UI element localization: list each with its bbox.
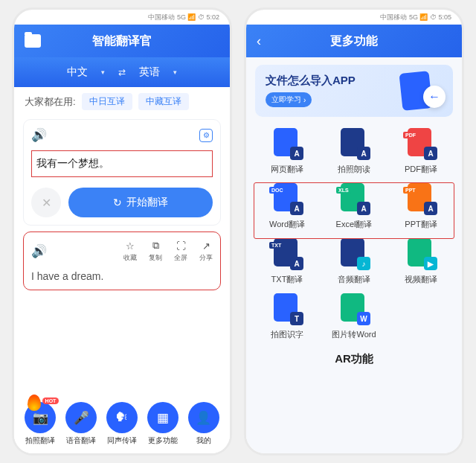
translated-text: I have a dream.	[31, 270, 213, 282]
item-photo-read[interactable]: A拍照朗读	[324, 127, 385, 175]
chevron-down-icon: ▾	[173, 68, 177, 76]
audio-badge-icon: ♪	[357, 257, 370, 270]
item-audio-translate[interactable]: ♪音频翻译	[324, 237, 385, 285]
share-icon: ↗	[202, 240, 210, 252]
input-card: 🔊 ⚙ 我有一个梦想。 ✕ ↻开始翻译	[23, 119, 221, 226]
mic-icon: 🎤	[74, 410, 89, 426]
header: ‹ 更多功能	[246, 25, 462, 57]
learn-now-button[interactable]: 立即学习›	[266, 92, 312, 107]
translate-badge-icon: A	[357, 147, 370, 160]
status-bar: 中国移动 5G 📶 ⏱ 5:02	[14, 10, 230, 25]
section-header-ar: AR功能	[246, 346, 462, 369]
start-label: 开始翻译	[126, 196, 168, 209]
arrow-left-icon: ←	[423, 86, 446, 108]
function-grid: A网页翻译 A拍照朗读 PDFAPDF翻译 DOCAWord翻译 XLSAExc…	[246, 124, 462, 346]
back-button[interactable]: ‹	[257, 33, 261, 49]
result-card: 🔊 ☆收藏 ⧉复制 ⛶全屏 ↗分享 I have a dream.	[23, 232, 221, 290]
app-title: 智能翻译官	[92, 33, 152, 49]
folder-button[interactable]	[25, 34, 41, 48]
banner-art: ←	[396, 71, 448, 112]
hot-badge: HOT	[42, 397, 60, 404]
status-bar: 中国移动 5G 📶 ⏱ 5:05	[246, 10, 462, 25]
start-translate-button[interactable]: ↻开始翻译	[68, 188, 213, 217]
item-web-translate[interactable]: A网页翻译	[257, 127, 318, 175]
import-banner[interactable]: 文件怎么导入APP 立即学习› ←	[255, 65, 453, 117]
header: 智能翻译官	[14, 25, 230, 57]
source-text-input[interactable]: 我有一个梦想。	[31, 150, 213, 177]
item-img-to-word[interactable]: W图片转Word	[324, 293, 385, 340]
refresh-icon: ↻	[113, 197, 122, 208]
folder-icon	[25, 34, 41, 48]
nav-more-functions[interactable]: ▦更多功能	[147, 402, 178, 446]
word-badge-icon: W	[357, 312, 370, 325]
share-button[interactable]: ↗分享	[199, 240, 213, 263]
main-body: 文件怎么导入APP 立即学习› ← A网页翻译 A拍照朗读 PDFAPDF翻译 …	[246, 57, 462, 453]
item-word-translate[interactable]: DOCAWord翻译	[257, 182, 318, 230]
item-excel-translate[interactable]: XLSAExcel翻译	[324, 182, 385, 230]
copy-icon: ⧉	[152, 240, 159, 252]
popular-label: 大家都在用:	[25, 95, 76, 109]
tool-row: ☆收藏 ⧉复制 ⛶全屏 ↗分享	[123, 240, 213, 263]
translate-badge-icon: A	[424, 202, 437, 215]
nav-voice-translate[interactable]: 🎤语音翻译	[65, 402, 97, 446]
nav-mine[interactable]: 👤我的	[188, 402, 219, 446]
nav-photo-translate[interactable]: HOT📷拍照翻译	[25, 402, 56, 446]
copy-button[interactable]: ⧉复制	[149, 240, 162, 263]
lang-to[interactable]: 英语	[139, 66, 160, 79]
translate-badge-icon: A	[424, 147, 437, 160]
item-txt-translate[interactable]: TXTATXT翻译	[257, 237, 318, 285]
translate-badge-icon: A	[357, 202, 370, 215]
item-video-translate[interactable]: ▶视频翻译	[390, 237, 451, 285]
popular-tag[interactable]: 中藏互译	[138, 93, 189, 110]
lang-from[interactable]: 中文	[67, 66, 88, 79]
fullscreen-button[interactable]: ⛶全屏	[174, 240, 187, 263]
flame-icon	[28, 395, 41, 411]
phone-left: 中国移动 5G 📶 ⏱ 5:02 智能翻译官 中文▾ ⇄ 英语▾ 大家都在用: …	[12, 7, 232, 456]
translate-badge-icon: A	[290, 202, 303, 215]
item-pdf-translate[interactable]: PDFAPDF翻译	[390, 127, 451, 175]
nav-live-translate[interactable]: 🗣同声传译	[106, 402, 138, 446]
page-title: 更多功能	[330, 33, 378, 49]
close-icon: ✕	[42, 196, 51, 210]
expand-icon: ⛶	[176, 240, 186, 252]
main-body: 中文▾ ⇄ 英语▾ 大家都在用: 中日互译 中藏互译 🔊 ⚙ 我有一个梦想。 ✕…	[14, 57, 230, 453]
chevron-down-icon: ▾	[101, 68, 105, 76]
grid-icon: ▦	[157, 410, 169, 426]
item-ocr[interactable]: T拍图识字	[257, 293, 318, 340]
language-bar[interactable]: 中文▾ ⇄ 英语▾	[14, 57, 230, 87]
popular-row: 大家都在用: 中日互译 中藏互译	[14, 87, 230, 116]
item-ppt-translate[interactable]: PPTAPPT翻译	[390, 182, 451, 230]
function-grid-wrapper: A网页翻译 A拍照朗读 PDFAPDF翻译 DOCAWord翻译 XLSAExc…	[246, 124, 462, 346]
favorite-button[interactable]: ☆收藏	[123, 240, 137, 263]
translate-badge-icon: A	[290, 257, 303, 270]
camera-icon: 📷	[33, 410, 48, 426]
settings-icon[interactable]: ⚙	[199, 129, 213, 142]
swap-icon[interactable]: ⇄	[118, 67, 126, 77]
video-badge-icon: ▶	[424, 257, 437, 270]
translate-badge-icon: A	[290, 147, 303, 160]
popular-tag[interactable]: 中日互译	[82, 93, 132, 110]
user-icon: 👤	[196, 410, 211, 426]
interpret-icon: 🗣	[115, 410, 128, 425]
star-icon: ☆	[126, 240, 135, 252]
text-badge-icon: T	[290, 312, 303, 325]
speaker-icon[interactable]: 🔊	[31, 127, 47, 143]
phone-right: 中国移动 5G 📶 ⏱ 5:05 ‹ 更多功能 文件怎么导入APP 立即学习› …	[244, 7, 464, 456]
bottom-nav: HOT📷拍照翻译 🎤语音翻译 🗣同声传译 ▦更多功能 👤我的	[14, 396, 230, 453]
clear-button[interactable]: ✕	[31, 188, 61, 217]
chevron-right-icon: ›	[303, 96, 306, 104]
speaker-icon[interactable]: 🔊	[31, 243, 47, 259]
